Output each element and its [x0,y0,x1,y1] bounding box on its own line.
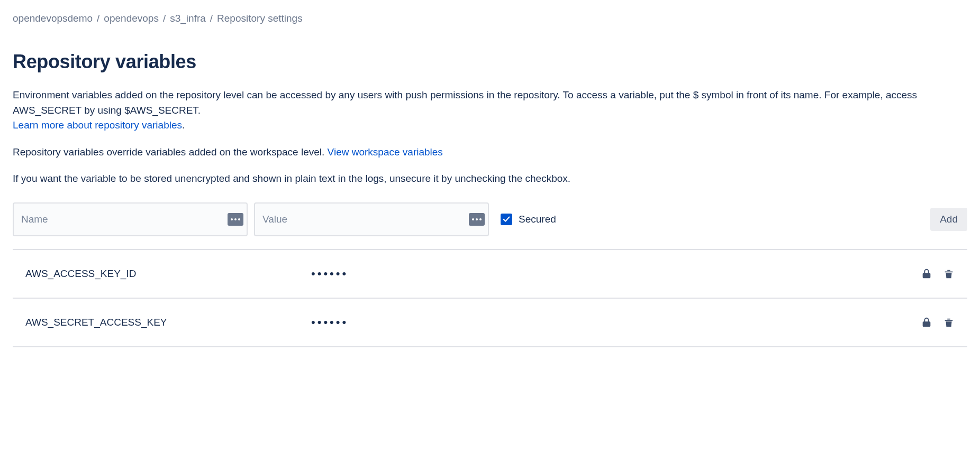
breadcrumb-separator: / [97,13,99,24]
breadcrumb-separator: / [163,13,166,24]
variable-actions [921,317,955,328]
variables-list: AWS_ACCESS_KEY_ID••••••AWS_SECRET_ACCESS… [13,250,967,347]
breadcrumb-item-section[interactable]: Repository settings [217,13,303,24]
value-input-extra-icon[interactable] [469,213,485,226]
breadcrumb-item-repo[interactable]: s3_infra [170,13,206,24]
variable-actions [921,268,955,280]
learn-more-link[interactable]: Learn more about repository variables [13,119,182,131]
name-input[interactable] [13,202,248,236]
check-icon [503,216,510,223]
delete-icon[interactable] [943,268,955,280]
name-input-extra-icon[interactable] [228,213,243,226]
secured-checkbox-wrap: Secured [501,214,556,225]
lock-icon[interactable] [921,268,932,280]
value-input-wrap [254,202,489,236]
lock-icon[interactable] [921,317,932,328]
breadcrumb-item-workspace[interactable]: opendevopsdemo [13,13,93,24]
description-1: Environment variables added on the repos… [13,88,967,133]
variable-value: •••••• [311,316,921,329]
workspace-vars-link[interactable]: View workspace variables [328,146,443,158]
description-3: If you want the variable to be stored un… [13,171,967,187]
description-2-text: Repository variables override variables … [13,146,328,158]
add-variable-form: Secured Add [13,202,967,250]
value-input[interactable] [254,202,489,236]
description-2: Repository variables override variables … [13,145,967,160]
page-title: Repository variables [13,51,967,73]
description-1-dot: . [182,119,185,131]
variable-name: AWS_ACCESS_KEY_ID [25,268,311,280]
variable-name: AWS_SECRET_ACCESS_KEY [25,317,311,328]
breadcrumb: opendevopsdemo / opendevops / s3_infra /… [13,13,967,24]
variable-row: AWS_ACCESS_KEY_ID•••••• [13,250,967,299]
breadcrumb-item-project[interactable]: opendevops [104,13,159,24]
secured-label: Secured [519,214,556,225]
name-input-wrap [13,202,248,236]
variable-value: •••••• [311,267,921,281]
secured-checkbox[interactable] [501,214,512,225]
add-button[interactable]: Add [930,208,967,231]
delete-icon[interactable] [943,317,955,328]
breadcrumb-separator: / [210,13,213,24]
variable-row: AWS_SECRET_ACCESS_KEY•••••• [13,299,967,347]
description-1-text: Environment variables added on the repos… [13,89,917,116]
